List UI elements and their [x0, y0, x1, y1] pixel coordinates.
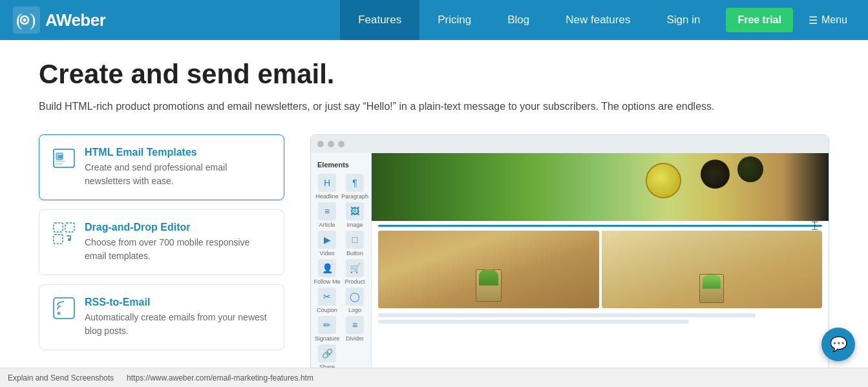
preview-text-lines: [378, 313, 822, 324]
nav-blog[interactable]: Blog: [489, 0, 547, 40]
nav-links: Features Pricing Blog New features Sign …: [340, 0, 855, 40]
preview-line-1: [378, 313, 756, 317]
feature-card-drag-title: Drag-and-Drop Editor: [85, 222, 271, 233]
coupon-label: Coupon: [317, 307, 337, 313]
ps-paragraph[interactable]: ¶ Paragraph: [341, 174, 368, 200]
feature-card-rss-title: RSS-to-Email: [85, 297, 271, 308]
ps-signature[interactable]: ✏ Signature: [313, 316, 341, 342]
logo-icon: ( ): [13, 6, 40, 34]
preview-content-divider: ⌶: [378, 225, 822, 227]
ps-empty: [341, 344, 368, 370]
product-label: Product: [344, 278, 365, 285]
feature-card-rss-desc: Automatically create emails from your ne…: [85, 311, 271, 338]
headline-label: Headline: [315, 193, 339, 200]
svg-rect-15: [54, 298, 74, 319]
preview-sidebar-header: Elements: [313, 158, 368, 174]
article-icon: ≡: [318, 202, 336, 220]
video-label: Video: [320, 250, 335, 256]
svg-rect-13: [54, 235, 63, 244]
nav-new-features[interactable]: New features: [547, 0, 648, 40]
ps-row-7: 🔗 Share: [313, 344, 368, 370]
article-label: Article: [319, 222, 335, 228]
ps-article[interactable]: ≡ Article: [313, 202, 341, 228]
footer-url: https://www.aweber.com/email-marketing-f…: [127, 373, 313, 382]
ps-row-2: ≡ Article 🖼 Image: [313, 202, 368, 228]
feature-card-html[interactable]: ✉ HTML Email Templates Create and send p…: [39, 134, 284, 200]
preview-body: Elements H Headline ¶ Paragraph: [311, 153, 829, 387]
preview-topbar: [311, 135, 829, 153]
ps-image[interactable]: 🖼 Image: [341, 202, 368, 228]
preview-dot-2: [328, 141, 334, 147]
ps-logo[interactable]: ◯ Logo: [341, 288, 368, 313]
video-icon: ▶: [318, 231, 336, 249]
main-content: Create and send email. Build HTML-rich p…: [0, 40, 868, 387]
nav-pricing[interactable]: Pricing: [419, 0, 489, 40]
ps-row-1: H Headline ¶ Paragraph: [313, 174, 368, 200]
ps-coupon[interactable]: ✂ Coupon: [313, 288, 341, 313]
page-subtitle: Build HTML-rich product promotions and e…: [39, 98, 829, 115]
feature-card-drag-desc: Choose from over 700 mobile responsive e…: [85, 236, 271, 263]
ps-follow-me[interactable]: 👤 Follow Me: [313, 259, 341, 285]
follow-me-icon: 👤: [318, 259, 336, 277]
signature-icon: ✏: [318, 316, 336, 334]
follow-me-label: Follow Me: [313, 278, 340, 285]
svg-rect-12: [65, 223, 74, 232]
preview-sidebar: Elements H Headline ¶ Paragraph: [311, 153, 372, 387]
preview-bottom-images: [378, 231, 822, 308]
share-icon: 🔗: [318, 344, 336, 362]
paragraph-icon: ¶: [346, 174, 364, 192]
svg-rect-9: [55, 161, 65, 162]
footer-bar: Explain and Send Screenshots https://www…: [0, 368, 868, 387]
ps-product[interactable]: 🛒 Product: [341, 259, 368, 285]
nav-features[interactable]: Features: [340, 0, 419, 40]
ps-row-4: 👤 Follow Me 🛒 Product: [313, 259, 368, 285]
footer-explain-text: Explain and Send Screenshots: [8, 373, 114, 382]
preview-cursor: ⌶: [812, 220, 823, 231]
signature-label: Signature: [315, 335, 340, 342]
ps-row-6: ✏ Signature ≡ Divider: [313, 316, 368, 342]
feature-card-rss[interactable]: RSS-to-Email Automatically create emails…: [39, 284, 284, 350]
ps-share[interactable]: 🔗 Share: [313, 344, 341, 370]
rss-icon: [52, 297, 76, 320]
preview-bottom-image-2: [602, 231, 823, 308]
ps-video[interactable]: ▶ Video: [313, 231, 341, 256]
svg-point-16: [58, 311, 61, 315]
divider-label: Divider: [346, 335, 364, 342]
feature-card-drag[interactable]: Drag-and-Drop Editor Choose from over 70…: [39, 209, 284, 275]
page-title: Create and send email.: [39, 59, 829, 89]
product-icon: 🛒: [346, 259, 364, 277]
logo-icon: ◯: [346, 288, 364, 306]
svg-point-14: [68, 238, 70, 241]
ps-headline[interactable]: H Headline: [313, 174, 341, 200]
divider-icon: ≡: [346, 316, 364, 334]
button-label: Button: [346, 250, 363, 256]
feature-card-html-desc: Create and send professional email newsl…: [85, 161, 271, 188]
nav-menu-button[interactable]: ☰ Menu: [801, 14, 855, 26]
button-icon: □: [346, 231, 364, 249]
image-label: Image: [346, 222, 363, 228]
chat-icon: 💬: [830, 336, 847, 353]
logo-text: AWeber: [45, 10, 105, 30]
preview-dot-1: [317, 141, 324, 147]
svg-rect-10: [55, 163, 63, 165]
drag-drop-icon: [52, 222, 76, 245]
ps-row-5: ✂ Coupon ◯ Logo: [313, 288, 368, 313]
ps-divider[interactable]: ≡ Divider: [341, 316, 368, 342]
ps-button[interactable]: □ Button: [341, 231, 368, 256]
logo-label: Logo: [348, 307, 361, 313]
chat-bubble[interactable]: 💬: [821, 328, 855, 361]
free-trial-button[interactable]: Free trial: [726, 8, 793, 32]
nav-sign-in[interactable]: Sign in: [648, 0, 718, 40]
feature-card-rss-body: RSS-to-Email Automatically create emails…: [85, 297, 271, 338]
preview-dot-3: [338, 141, 344, 147]
logo[interactable]: ( ) AWeber: [13, 6, 105, 34]
feature-card-html-body: HTML Email Templates Create and send pro…: [85, 147, 271, 188]
preview-line-2: [378, 320, 689, 324]
hamburger-icon: ☰: [809, 14, 818, 26]
menu-label: Menu: [821, 14, 847, 26]
svg-text:): ): [30, 10, 36, 30]
feature-card-drag-body: Drag-and-Drop Editor Choose from over 70…: [85, 222, 271, 263]
content-wrapper: ✉ HTML Email Templates Create and send p…: [39, 134, 829, 387]
svg-text:✉: ✉: [58, 154, 63, 160]
preview-bottom-image-1: [378, 231, 599, 308]
